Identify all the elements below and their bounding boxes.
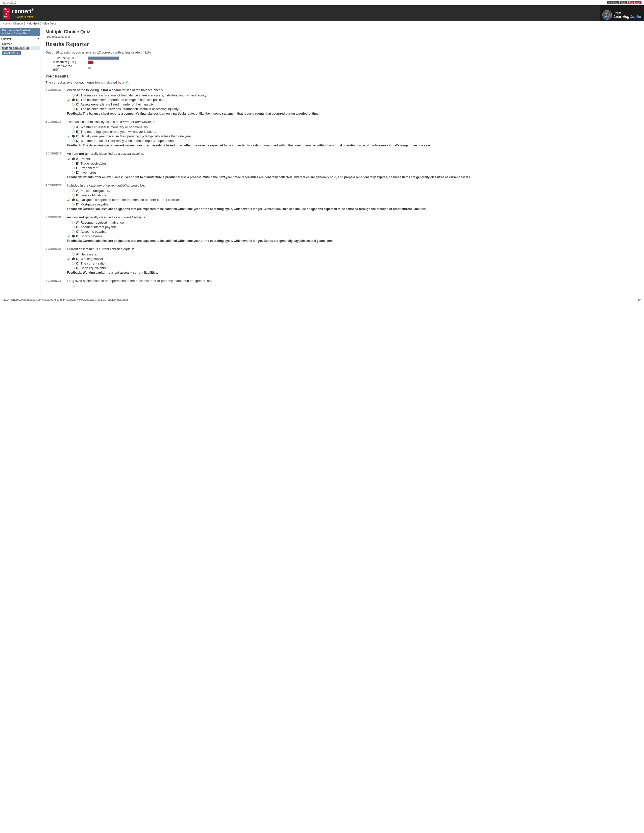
q2-c-text: Usually one year, because the operating … (80, 134, 192, 138)
q1-answer-b: ✓ B) The balance sheet reports the chang… (67, 98, 639, 102)
q5-feedback: Feedback: Current liabilities are obliga… (67, 239, 639, 243)
q5-c-letter: C) (76, 230, 80, 233)
q1-c-radio (72, 103, 75, 106)
unanswered-bar-fill (89, 67, 91, 69)
question-1-block: 1 CORRECT Which of the following is not … (45, 88, 639, 115)
breadcrumb-chapter3[interactable]: Chapter 3 (13, 22, 25, 25)
sidebar-quizzes-link[interactable]: Quizzes (0, 42, 40, 46)
q3-a-radio (72, 158, 75, 160)
q1-a-radio (72, 94, 75, 96)
connect-logo: connect® (12, 7, 37, 15)
mc-hill-logo: McGrawHillEdu (3, 8, 10, 19)
q3-answer-d: D) Inventories. (67, 170, 639, 174)
q1-b-text: The balance sheet reports the change in … (80, 98, 166, 102)
q5-a-radio (72, 221, 75, 224)
chapter-select[interactable]: Chapter 3 (0, 37, 40, 41)
breadcrumb: Home > Chapter 3 > Multiple Choice Quiz (0, 21, 644, 26)
sidebar-section-sub: Additional Student Res... (2, 32, 30, 35)
q2-a-letter: A) (76, 125, 80, 129)
q3-b-letter: B) (76, 162, 80, 165)
q6-a-radio (72, 253, 75, 256)
results-bars: 13 correct (81%) 2 incorrect (13%) 1 una… (53, 56, 639, 71)
question-6-body: Current assets minus current liabilities… (67, 247, 639, 274)
q6-answer-d: D) Cash equivalents. (67, 266, 639, 270)
q5-b-text: Accrued interest payable. (80, 225, 118, 229)
q4-b-radio (72, 194, 75, 197)
q2-a-radio (72, 126, 75, 129)
q6-answer-a: A) Net assets. (67, 252, 639, 256)
q5-c-text: Accounts payable. (80, 230, 107, 233)
q2-d-letter: D) (76, 139, 80, 143)
student-edition-label: Student Edition (12, 15, 37, 19)
incorrect-bar-fill (89, 61, 93, 64)
q6-answer-b: ✓ B) Working capital. (67, 257, 639, 261)
q5-d-letter: D) (76, 234, 80, 238)
q3-d-radio (72, 171, 75, 174)
correct-indicator-text: The correct answer for each question is … (45, 80, 124, 84)
q1-answer-a: A) The major classifications of the bala… (67, 93, 639, 97)
q3-c-letter: C) (76, 166, 80, 170)
q6-d-letter: D) (76, 266, 80, 270)
question-3-block: 3 CORRECT An item not generally classifi… (45, 152, 639, 179)
olc-globe-icon (602, 10, 612, 20)
q4-a-text: Pension obligations. (80, 189, 110, 193)
q1-correct-checkmark: ✓ (67, 98, 70, 103)
your-results-heading: Your Results: (45, 74, 639, 78)
q4-c-letter: C) (76, 198, 80, 202)
q2-c-letter: C) (76, 134, 80, 138)
q1-d-letter: D) (76, 107, 80, 111)
sidebar-contents-toggle[interactable]: Contents ▲ (2, 51, 21, 55)
q6-b-radio (72, 257, 75, 260)
sidebar-course-wide-section: Course-wide Content Additional Student R… (0, 28, 40, 36)
q4-feedback: Feedback: Current liabilities are obliga… (67, 207, 639, 211)
sitemap-link[interactable]: Site Map (607, 1, 619, 4)
q6-feedback: Feedback: Working capital = current asse… (67, 271, 639, 274)
olc-area: Site Map Help Feedback Online LearningCe… (600, 5, 644, 21)
unanswered-bar-label: 1 unanswered (6%) (53, 64, 89, 71)
q4-d-letter: D) (76, 203, 80, 206)
q1-d-radio (72, 108, 75, 110)
question-2-label: 2 CORRECT (45, 120, 66, 123)
feedback-link[interactable]: Feedback (628, 1, 641, 4)
question-7-body: Long-lived assets used in the operations… (67, 279, 639, 288)
see-related-link[interactable]: (See related pages) (45, 35, 639, 38)
question-6-text: Current assets minus current liabilities… (67, 247, 639, 251)
breadcrumb-current: Multiple Choice Quiz (29, 22, 56, 25)
question-6-block: 6 CORRECT Current assets minus current l… (45, 247, 639, 274)
q6-c-letter: C) (76, 262, 80, 265)
question-7-label: 7 CORRECT (45, 279, 66, 282)
q5-d-radio (72, 235, 75, 238)
breadcrumb-home[interactable]: Home (3, 22, 10, 25)
q6-a-text: Net assets. (80, 252, 97, 256)
q1-feedback: Feedback: The balance sheet reports a co… (67, 112, 639, 115)
sidebar-multiple-choice-quiz-link[interactable]: Multiple Choice Quiz (0, 46, 40, 50)
q5-correct-checkmark: ✓ (67, 235, 70, 239)
q4-b-text: Lease obligations. (80, 193, 107, 197)
q5-answer-c: C) Accounts payable. (67, 230, 639, 233)
question-4-body: Included in the category of current liab… (67, 183, 639, 211)
see-related-anchor[interactable]: (See related pages) (45, 35, 70, 38)
question-2-body: The basis used to classify assets as cur… (67, 120, 639, 147)
olc-text: Online LearningCenter (613, 11, 641, 19)
olc-branding: Online LearningCenter (602, 10, 641, 20)
q3-d-letter: D) (76, 170, 80, 174)
unanswered-bar-row: 1 unanswered (6%) (53, 64, 639, 71)
q5-b-letter: B) (76, 225, 80, 229)
q5-answer-d: ✓ D) Bonds payable. (67, 234, 639, 238)
sidebar: Course-wide Content Additional Student R… (0, 26, 40, 296)
incorrect-bar-row: 2 incorrect (13%) (53, 60, 639, 64)
footer-url: http://highered.mheducation.com/sites/00… (3, 298, 128, 301)
q3-feedback: Feedback: Patents offer an exclusive 20-… (67, 175, 639, 179)
question-7-text: Long-lived assets used in the operations… (67, 279, 639, 283)
q5-d-text: Bonds payable. (80, 234, 103, 238)
help-link[interactable]: Help (620, 1, 627, 4)
question-2-text: The basis used to classify assets as cur… (67, 120, 639, 124)
question-1-label: 1 CORRECT (45, 88, 66, 92)
q5-a-letter: A) (76, 220, 80, 224)
q5-b-radio (72, 226, 75, 228)
q3-answer-b: B) Trade receivables. (67, 162, 639, 165)
olc-top-links: Site Map Help Feedback (607, 1, 641, 4)
q7-answer-radio (67, 284, 639, 288)
olc-online-label: Online (613, 11, 641, 14)
browser-date: 11/14/2017 (3, 1, 16, 4)
